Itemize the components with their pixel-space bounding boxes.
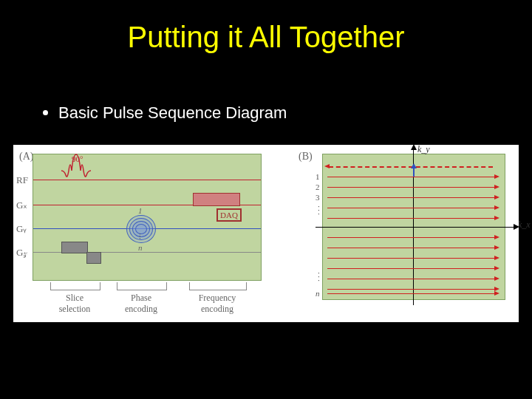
bracket-slice-label: Slice selection	[44, 293, 105, 315]
bullet-item: Basic Pulse Sequence Diagram	[43, 103, 287, 123]
kline-num-n: n	[316, 289, 320, 298]
bracket-freq	[189, 282, 247, 290]
bullet-dot	[43, 110, 48, 115]
kline-arrow	[494, 235, 499, 239]
ky-axis-arrow	[411, 144, 417, 150]
kline-arrow	[494, 245, 499, 250]
kline-arrow	[494, 276, 499, 281]
bracket-phase-label: Phase encoding	[111, 293, 171, 315]
rf-pulse-icon	[61, 162, 91, 180]
kline-arrow	[494, 266, 499, 270]
gx-readout-block	[193, 193, 240, 206]
panel-a-label: (A)	[19, 151, 33, 163]
panel-b: k_y k_x 1 2 3 n ··· ···	[322, 154, 505, 300]
kline-arrow	[494, 185, 499, 189]
kline-row	[327, 279, 496, 279]
kline-arrow	[494, 256, 499, 260]
kline-row	[327, 248, 496, 248]
kline-row	[327, 197, 496, 198]
row-label-gy: Gᵧ	[16, 223, 27, 235]
row-label-gz: G𝓏	[16, 247, 27, 259]
phase-dots: ···	[139, 233, 141, 239]
bracket-phase	[117, 282, 167, 290]
kline-arrow	[494, 195, 499, 200]
kline-row	[327, 289, 496, 290]
kline-num-2: 2	[316, 183, 320, 191]
kline-arrow	[494, 205, 499, 210]
bullet-text: Basic Pulse Sequence Diagram	[58, 103, 287, 122]
kline-row	[327, 258, 496, 259]
gz-slice-block	[61, 242, 88, 253]
phase-step-bottom: n	[138, 243, 143, 252]
panel-b-label: (B)	[299, 151, 313, 163]
kline-arrow	[494, 216, 499, 220]
kline-arrow	[494, 174, 499, 179]
ky-label: k_y	[417, 144, 430, 155]
kline-num-1: 1	[316, 172, 320, 181]
kline-num-3: 3	[316, 193, 320, 202]
figure-container: (A) (B) RF Gₓ Gᵧ G𝓏 90° DAQ	[13, 145, 519, 322]
row-label-rf: RF	[16, 174, 28, 186]
kx-axis	[316, 227, 515, 228]
kline-row	[327, 177, 496, 177]
gz-rephase-block	[86, 252, 101, 264]
bracket-freq-label: Frequency encoding	[182, 293, 253, 315]
kline-row	[327, 237, 496, 238]
kline-row	[327, 208, 496, 208]
kline-dots-top: ···	[318, 205, 320, 216]
panel-a: RF Gₓ Gᵧ G𝓏 90° DAQ 1 n ···	[33, 154, 262, 281]
kspace-return-arrow	[324, 164, 330, 168]
kline-row	[327, 293, 496, 294]
kline-arrow	[494, 291, 499, 296]
kline-row	[327, 187, 496, 188]
row-label-gx: Gₓ	[16, 200, 27, 211]
slide-title: Putting it All Together	[0, 21, 532, 54]
rf-angle-label: 90°	[72, 154, 83, 163]
kline-dots-bot: ···	[318, 271, 320, 282]
kx-label: k_x	[518, 219, 531, 231]
bracket-slice	[50, 282, 100, 290]
kspace-vert-arrow	[411, 163, 417, 168]
kline-row	[327, 268, 496, 269]
phase-step-top: 1	[138, 206, 143, 215]
daq-label: DAQ	[216, 208, 242, 222]
kline-row	[327, 218, 496, 219]
pe-ellipse-4	[135, 224, 147, 234]
slide: Putting it All Together Basic Pulse Sequ…	[0, 0, 532, 399]
kspace-vert-dash	[413, 168, 415, 177]
